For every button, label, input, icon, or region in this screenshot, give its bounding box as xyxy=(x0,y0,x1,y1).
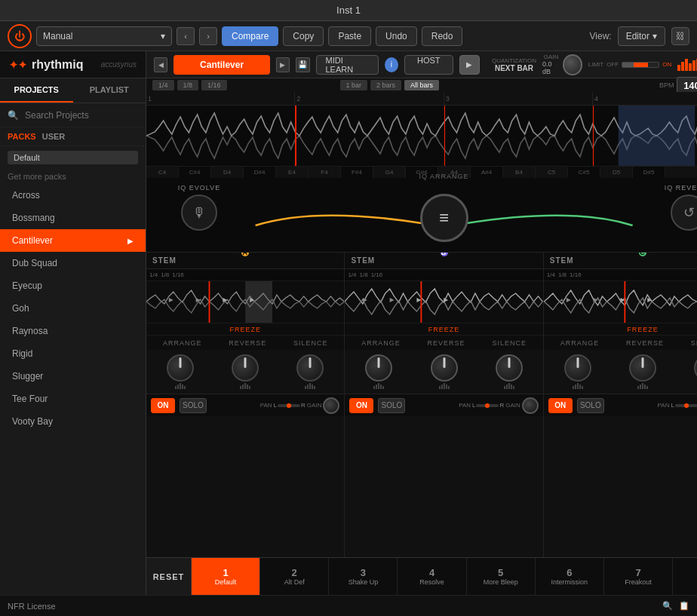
preset-item-vooty-bay[interactable]: Vooty Bay xyxy=(0,410,146,433)
preset-slot-7[interactable]: 7Freakout xyxy=(604,558,673,595)
stem-a-freeze-button[interactable]: FREEZE xyxy=(146,323,344,335)
preset-item-dub-squad[interactable]: Dub Squad xyxy=(0,252,146,274)
stem-b-gain-knob[interactable] xyxy=(522,397,539,414)
stem-b-silence-knob[interactable] xyxy=(496,354,523,382)
waveform-canvas[interactable] xyxy=(146,106,697,166)
search-input[interactable] xyxy=(25,110,138,121)
stem-c-zoom-1-4[interactable]: 1/4 xyxy=(547,271,555,278)
note-C4[interactable]: C4 xyxy=(146,167,179,178)
preset-slot-2[interactable]: 2Alt Def xyxy=(260,558,329,595)
status-search-icon[interactable]: 🔍 xyxy=(662,601,673,611)
note-D4[interactable]: D4 xyxy=(211,167,244,178)
stem-a-pan-slider[interactable]: L R xyxy=(274,402,306,409)
note-Cs5[interactable]: C#5 xyxy=(568,167,600,178)
preset-item-cantilever[interactable]: Cantilever▶ xyxy=(0,229,146,252)
stem-a-zoom-1-4[interactable]: 1/4 xyxy=(149,271,158,278)
user-button[interactable]: USER xyxy=(42,132,66,141)
preset-item-bossmang[interactable]: Bossmang xyxy=(0,207,146,229)
stem-a-wave[interactable] xyxy=(146,281,344,323)
stem-a-solo-button[interactable]: SOLO xyxy=(180,398,207,413)
stem-c-wave[interactable] xyxy=(544,281,697,323)
stem-a-silence-knob[interactable] xyxy=(296,354,324,382)
projects-tab[interactable]: PROJECTS xyxy=(0,78,73,103)
stem-a-on-button[interactable]: ON xyxy=(151,398,175,413)
zoom-1-16[interactable]: 1/16 xyxy=(201,80,227,90)
bar-all[interactable]: All bars xyxy=(404,80,439,90)
midi-learn-button[interactable]: MIDI LEARN xyxy=(316,55,379,75)
stem-c-zoom-1-8[interactable]: 1/8 xyxy=(558,271,567,278)
note-D5[interactable]: D5 xyxy=(600,167,633,178)
note-E4[interactable]: E4 xyxy=(276,167,309,178)
note-F4[interactable]: F4 xyxy=(309,167,341,178)
preset-item-raynosa[interactable]: Raynosa xyxy=(0,320,146,342)
link-icon[interactable]: ⛓ xyxy=(671,27,689,45)
preset-slot-6[interactable]: 6Intermission xyxy=(536,558,604,595)
iq-reverse-button[interactable]: ↺ xyxy=(671,195,697,231)
preset-slot-5[interactable]: 5More Bleep xyxy=(467,558,536,595)
preset-slot-1[interactable]: 1Default xyxy=(192,558,260,595)
copy-button[interactable]: Copy xyxy=(283,26,324,46)
packs-button[interactable]: PACKS xyxy=(8,132,36,141)
preset-item-rigid[interactable]: Rigid xyxy=(0,342,146,365)
prev-preset-button[interactable]: ◀ xyxy=(154,57,167,72)
stem-b-on-button[interactable]: ON xyxy=(349,398,373,413)
stem-b-zoom-1-8[interactable]: 1/8 xyxy=(360,271,368,278)
save-icon[interactable]: 💾 xyxy=(296,57,309,72)
preset-item-slugger[interactable]: Slugger xyxy=(0,365,146,388)
stem-a-reverse-knob[interactable] xyxy=(232,354,259,382)
stem-a-gain-knob[interactable] xyxy=(323,397,339,414)
stem-a-arrange-knob[interactable] xyxy=(167,354,194,382)
stem-c-reverse-knob[interactable] xyxy=(629,354,656,382)
stem-a-zoom-1-8[interactable]: 1/8 xyxy=(161,271,169,278)
zoom-1-4[interactable]: 1/4 xyxy=(152,80,174,90)
stem-c-on-button[interactable]: ON xyxy=(548,398,573,413)
nav-back-button[interactable]: ‹ xyxy=(177,27,195,45)
stem-a-zoom-1-16[interactable]: 1/16 xyxy=(172,271,184,278)
gain-knob[interactable] xyxy=(563,54,582,75)
stem-c-pan-slider[interactable]: L R xyxy=(671,402,697,409)
iq-arrange-button[interactable]: ≡ xyxy=(420,194,468,242)
host-button[interactable]: HOST xyxy=(404,55,453,75)
info-button[interactable]: i xyxy=(385,57,398,72)
redo-button[interactable]: Redo xyxy=(422,26,463,46)
preset-item-tee-four[interactable]: Tee Four xyxy=(0,388,146,410)
preset-reset-button[interactable]: RESET xyxy=(146,558,192,595)
zoom-1-8[interactable]: 1/8 xyxy=(177,80,199,90)
preset-item-across[interactable]: Across xyxy=(0,184,146,207)
stem-b-wave[interactable] xyxy=(345,281,542,323)
stem-b-pan-slider[interactable]: L R xyxy=(472,402,504,409)
paste-button[interactable]: Paste xyxy=(328,26,371,46)
stem-c-silence-knob[interactable] xyxy=(694,354,697,382)
bar-1[interactable]: 1 bar xyxy=(340,80,368,90)
nav-forward-button[interactable]: › xyxy=(199,27,217,45)
preset-slot-8[interactable]: 8 xyxy=(673,558,697,595)
power-button[interactable]: ⏻ xyxy=(8,24,32,48)
play-button[interactable]: ▶ xyxy=(459,55,480,75)
status-list-icon[interactable]: 📋 xyxy=(679,601,689,611)
preset-item-eyecup[interactable]: Eyecup xyxy=(0,274,146,297)
stem-c-zoom-1-16[interactable]: 1/16 xyxy=(570,271,582,278)
playlist-tab[interactable]: PLAYLIST xyxy=(73,78,146,103)
stem-c-arrange-knob[interactable] xyxy=(564,354,591,382)
note-C5[interactable]: C5 xyxy=(536,167,568,178)
view-selector[interactable]: Editor ▾ xyxy=(618,26,665,46)
stem-b-arrange-knob[interactable] xyxy=(365,354,392,382)
preset-dropdown[interactable]: Manual ▾ xyxy=(36,26,172,46)
note-Fs4[interactable]: F#4 xyxy=(341,167,373,178)
bar-2[interactable]: 2 bars xyxy=(370,80,401,90)
iq-evolve-button[interactable]: 🎙 xyxy=(181,195,217,231)
stem-b-zoom-1-4[interactable]: 1/4 xyxy=(348,271,356,278)
stem-b-freeze-button[interactable]: FREEZE xyxy=(345,323,542,335)
bpm-value[interactable]: 140.0 xyxy=(677,77,697,93)
stem-c-solo-button[interactable]: SOLO xyxy=(577,398,604,413)
preset-slot-3[interactable]: 3Shake Up xyxy=(329,558,398,595)
stem-b-zoom-1-16[interactable]: 1/16 xyxy=(371,271,383,278)
preset-slot-4[interactable]: 4Resolve xyxy=(398,558,466,595)
stem-b-reverse-knob[interactable] xyxy=(431,354,458,382)
stem-c-freeze-button[interactable]: FREEZE xyxy=(544,323,697,335)
note-G4[interactable]: G4 xyxy=(373,167,406,178)
current-preset-name[interactable]: Cantilever xyxy=(173,55,269,75)
next-preset-button[interactable]: ▶ xyxy=(276,57,290,72)
note-Cs4[interactable]: C#4 xyxy=(179,167,211,178)
note-Ds4[interactable]: D#4 xyxy=(244,167,276,178)
